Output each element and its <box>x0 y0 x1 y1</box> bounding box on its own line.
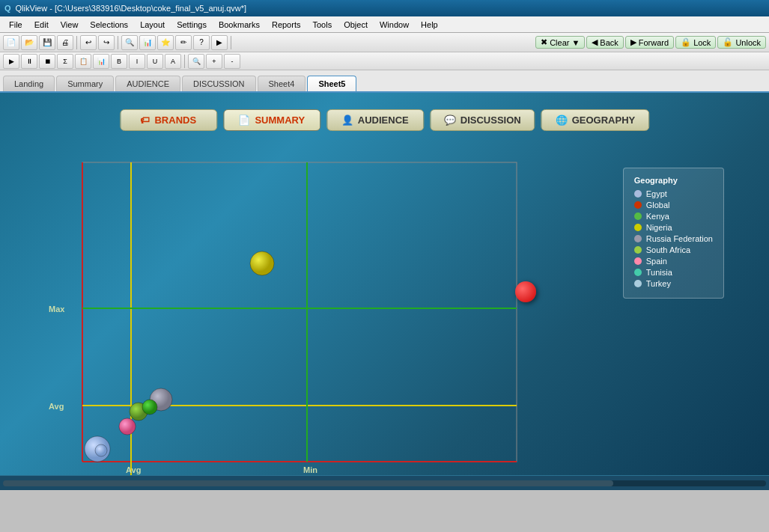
open-btn[interactable]: 📂 <box>21 35 37 50</box>
new-btn[interactable]: 📄 <box>3 35 19 50</box>
menu-settings[interactable]: Settings <box>171 19 213 31</box>
nav-discussion-btn[interactable]: 💬 DISCUSSION <box>430 109 535 131</box>
kenya-label: Kenya <box>646 212 669 221</box>
sep1 <box>76 36 77 49</box>
menubar: File Edit View Selections Layout Setting… <box>0 16 769 33</box>
tunisia-label: Tunisia <box>646 268 672 277</box>
menu-selections[interactable]: Selections <box>84 19 134 31</box>
clear-chevron: ▼ <box>571 38 580 47</box>
star-btn[interactable]: ⭐ <box>157 35 174 50</box>
sep3 <box>231 36 231 49</box>
clear-label: Clear <box>550 38 569 47</box>
legend-nigeria: Nigeria <box>634 223 713 232</box>
main-content: 🏷 BRANDS 📄 SUMMARY 👤 AUDIENCE 💬 DISCUSSI… <box>0 93 769 475</box>
lock-icon: 🔒 <box>681 37 691 47</box>
audience-label: AUDIENCE <box>358 114 409 126</box>
tb2-btn4[interactable]: Σ <box>57 54 73 69</box>
summary-label: SUMMARY <box>255 114 305 126</box>
nav-geography-btn[interactable]: 🌐 GEOGRAPHY <box>541 109 650 131</box>
top-navigation: 🏷 BRANDS 📄 SUMMARY 👤 AUDIENCE 💬 DISCUSSI… <box>120 109 649 131</box>
southafrica-dot <box>634 246 642 254</box>
kenya-dot <box>634 213 642 220</box>
svg-point-15 <box>119 418 136 435</box>
svg-text:Avg: Avg <box>49 402 64 411</box>
tb2-btn5[interactable]: 📋 <box>75 54 91 69</box>
global-dot <box>634 201 642 209</box>
legend-title: Geography <box>634 176 713 185</box>
tab-sheet5[interactable]: Sheet5 <box>307 76 356 91</box>
chart-btn[interactable]: 📊 <box>139 35 156 50</box>
forward-icon: ▶ <box>630 37 636 47</box>
menu-window[interactable]: Window <box>374 19 415 31</box>
turkey-dot <box>634 280 642 287</box>
arrow-btn[interactable]: ▶ <box>211 35 228 50</box>
russia-label: Russia Federation <box>646 234 713 243</box>
legend-tunisia: Tunisia <box>634 268 713 277</box>
spain-dot <box>634 257 642 265</box>
tb2-btn8[interactable]: I <box>129 54 145 69</box>
nav-summary-btn[interactable]: 📄 SUMMARY <box>223 109 320 131</box>
titlebar: Q QlikView - [C:\Users\383916\Desktop\co… <box>0 0 769 16</box>
legend-spain: Spain <box>634 257 713 266</box>
menu-layout[interactable]: Layout <box>134 19 171 31</box>
tab-discussion[interactable]: DISCUSSION <box>182 76 255 91</box>
tb2-btn6[interactable]: 📊 <box>93 54 109 69</box>
lock-btn[interactable]: 🔒 Lock <box>675 36 716 49</box>
tab-landing[interactable]: Landing <box>3 76 55 91</box>
search-btn[interactable]: 🔍 <box>121 35 138 50</box>
forward-btn[interactable]: ▶ Forward <box>625 36 674 49</box>
tb2-btn2[interactable]: ⏸ <box>21 54 37 69</box>
toolbar1: 📄 📂 💾 🖨 ↩ ↪ 🔍 📊 ⭐ ✏ ? ▶ ✖ Clear ▼ ◀ Back… <box>0 33 769 52</box>
menu-edit[interactable]: Edit <box>28 19 55 31</box>
legend-turkey: Turkey <box>634 279 713 288</box>
menu-view[interactable]: View <box>55 19 85 31</box>
menu-tools[interactable]: Tools <box>306 19 338 31</box>
global-label: Global <box>646 201 670 210</box>
menu-bookmarks[interactable]: Bookmarks <box>213 19 266 31</box>
egypt-label: Egypt <box>646 189 667 198</box>
back-btn[interactable]: ◀ Back <box>586 36 623 49</box>
edit2-btn[interactable]: ✏ <box>175 35 192 50</box>
menu-file[interactable]: File <box>3 19 28 31</box>
audience-icon: 👤 <box>341 114 353 126</box>
tb2-btn7[interactable]: B <box>111 54 127 69</box>
tb2-btn9[interactable]: U <box>147 54 163 69</box>
print-btn[interactable]: 🖨 <box>57 35 73 50</box>
tab-sheet4[interactable]: Sheet4 <box>258 76 306 91</box>
redo-btn[interactable]: ↪ <box>98 35 115 50</box>
tab-summary[interactable]: Summary <box>56 76 114 91</box>
tb2-btn10[interactable]: A <box>165 54 181 69</box>
lock-label: Lock <box>693 38 711 47</box>
tab-audience[interactable]: AUDIENCE <box>115 76 180 91</box>
legend-egypt: Egypt <box>634 189 713 198</box>
tb2-btn12[interactable]: + <box>206 54 222 69</box>
menu-reports[interactable]: Reports <box>266 19 307 31</box>
undo-btn[interactable]: ↩ <box>80 35 97 50</box>
legend-russia: Russia Federation <box>634 234 713 243</box>
tb2-btn11[interactable]: 🔍 <box>188 54 204 69</box>
tabbar: Landing Summary AUDIENCE DISCUSSION Shee… <box>0 70 769 93</box>
svg-point-11 <box>250 251 274 275</box>
global-bubble[interactable] <box>515 281 536 302</box>
sep2 <box>118 36 118 49</box>
menu-object[interactable]: Object <box>338 19 374 31</box>
menu-help[interactable]: Help <box>415 19 444 31</box>
svg-text:Min: Min <box>303 465 317 474</box>
help-btn[interactable]: ? <box>193 35 210 50</box>
tb2-btn3[interactable]: ⏹ <box>39 54 55 69</box>
egypt-dot <box>634 190 642 198</box>
brands-icon: 🏷 <box>140 114 150 126</box>
forward-label: Forward <box>639 38 669 47</box>
unlock-btn[interactable]: 🔓 Unlock <box>717 36 766 49</box>
nav-brands-btn[interactable]: 🏷 BRANDS <box>120 109 217 131</box>
scrollbar-area[interactable] <box>0 475 769 490</box>
save-btn[interactable]: 💾 <box>39 35 55 50</box>
tb2-btn13[interactable]: - <box>224 54 240 69</box>
back-icon: ◀ <box>592 37 598 47</box>
tb2-btn1[interactable]: ▶ <box>3 54 19 69</box>
clear-btn[interactable]: ✖ Clear ▼ <box>535 36 585 49</box>
nigeria-dot <box>634 224 642 231</box>
nav-audience-btn[interactable]: 👤 AUDIENCE <box>326 109 424 131</box>
sep4 <box>184 55 185 68</box>
toolbar2: ▶ ⏸ ⏹ Σ 📋 📊 B I U A 🔍 + - <box>0 52 769 70</box>
